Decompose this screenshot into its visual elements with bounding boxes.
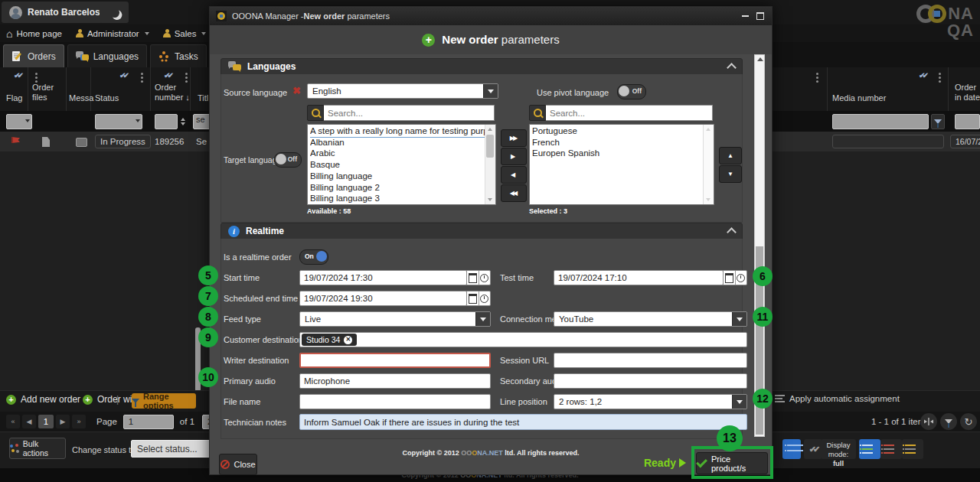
message-icon[interactable] <box>76 138 87 147</box>
bulk-actions-button[interactable]: Bulk actions <box>9 438 66 459</box>
column-menu-icon[interactable] <box>816 73 818 75</box>
column-order-in-date[interactable]: Order in date <box>955 83 980 103</box>
is-realtime-toggle[interactable]: On <box>299 249 328 265</box>
scrollbar[interactable] <box>703 125 714 204</box>
languages-section-header[interactable]: Languages <box>220 58 743 75</box>
number-spinner[interactable] <box>178 114 188 129</box>
primary-audio-input[interactable] <box>299 373 491 389</box>
calendar-button[interactable] <box>724 271 735 285</box>
realtime-section-header[interactable]: i Realtime <box>220 223 743 239</box>
column-menu-icon[interactable] <box>939 73 941 75</box>
file-name-input[interactable] <box>299 394 491 409</box>
collapse-icon[interactable] <box>727 63 737 73</box>
dropdown-button[interactable] <box>475 312 490 326</box>
column-status[interactable]: Status <box>95 93 119 103</box>
dark-mode-button[interactable] <box>100 2 129 23</box>
column-menu-icon[interactable] <box>185 73 188 75</box>
clock-button[interactable] <box>735 271 747 285</box>
column-order-number[interactable]: Order number ↓ <box>155 83 190 103</box>
column-media-number[interactable]: Media number <box>832 93 886 103</box>
filter-button[interactable] <box>931 114 945 129</box>
scheduled-end-time-input[interactable] <box>299 291 467 306</box>
apply-automatic-assignment-button[interactable]: Apply automatic assignment <box>775 394 900 403</box>
move-all-right-button[interactable]: ▶▶ <box>501 129 527 147</box>
prev-page-button[interactable]: ◀ <box>22 415 36 428</box>
move-up-button[interactable]: ▲ <box>719 147 742 164</box>
list-item[interactable]: Arabic <box>310 148 485 159</box>
order-number-filter[interactable] <box>155 114 178 129</box>
select-status-dropdown[interactable]: Select status... <box>131 440 220 458</box>
secondary-audio-input[interactable] <box>554 373 747 389</box>
session-url-input[interactable] <box>554 353 747 368</box>
list-item[interactable]: Billing language <box>310 171 485 182</box>
nav-administrator[interactable]: Administrator <box>76 29 149 38</box>
select-all-icon[interactable]: ✔✔ <box>164 71 171 80</box>
column-resize-button[interactable] <box>920 413 937 430</box>
display-mode-full-button[interactable] <box>859 439 880 459</box>
selected-languages-list[interactable]: PortugueseFrenchEuropen Spanish <box>529 124 714 205</box>
list-item[interactable]: Portuguese <box>532 125 703 137</box>
last-page-button[interactable]: » <box>72 415 86 428</box>
range-options-button[interactable]: Range options <box>132 393 196 409</box>
first-page-button[interactable]: « <box>6 415 20 428</box>
status-filter[interactable] <box>95 114 142 129</box>
collapse-icon[interactable] <box>727 227 737 237</box>
list-item[interactable]: Billing language 3 <box>310 193 485 204</box>
select-all-icon[interactable]: ✔✔ <box>919 71 926 80</box>
move-all-left-button[interactable]: ◀◀ <box>501 184 527 202</box>
list-item[interactable]: Billing language 2 <box>310 182 485 194</box>
test-time-input[interactable] <box>554 270 724 285</box>
list-item[interactable]: A step with a really long name for testi… <box>310 125 485 137</box>
dropdown-button[interactable] <box>483 84 498 98</box>
column-messages[interactable]: Messa <box>69 93 93 103</box>
dialog-title-bar[interactable]: OOONA Manager -New order parameters <box>210 7 772 25</box>
search-input[interactable] <box>324 105 495 121</box>
start-time-input[interactable] <box>299 270 467 285</box>
flag-filter[interactable] <box>6 114 32 129</box>
source-language-dropdown[interactable]: English <box>307 83 498 99</box>
customer-destination-field[interactable] <box>299 332 747 347</box>
select-all-icon[interactable]: ✔✔ <box>14 71 21 80</box>
clock-button[interactable] <box>479 271 491 285</box>
calendar-button[interactable] <box>467 291 479 305</box>
list-item[interactable]: French <box>532 137 703 148</box>
scrollbar[interactable] <box>485 125 495 204</box>
minimize-button[interactable] <box>740 11 750 21</box>
pivot-language-toggle[interactable]: Off <box>617 84 646 99</box>
move-down-button[interactable]: ▼ <box>719 165 742 183</box>
dialog-scrollbar[interactable] <box>754 54 765 437</box>
column-menu-icon[interactable] <box>35 73 38 75</box>
user-chip[interactable]: Renato Barcelos <box>2 2 108 23</box>
tab-orders[interactable]: Orders <box>3 44 64 67</box>
clear-filters-button[interactable] <box>940 413 957 430</box>
calendar-button[interactable] <box>467 271 479 285</box>
writer-destination-input[interactable] <box>299 353 491 368</box>
search-input[interactable] <box>546 105 713 121</box>
next-page-button[interactable]: ▶ <box>56 415 70 428</box>
list-item[interactable]: Europen Spanish <box>532 148 703 159</box>
column-title[interactable]: Titl <box>198 93 208 103</box>
grid-view-button[interactable] <box>782 439 801 459</box>
remove-tag-icon[interactable]: ✕ <box>344 336 352 344</box>
line-position-dropdown[interactable]: 2 rows: 1,2 <box>554 394 747 409</box>
select-all-icon[interactable]: ✔✔ <box>119 71 126 80</box>
studio-tag[interactable]: Studio 34 ✕ <box>302 334 357 346</box>
move-left-button[interactable]: ◀ <box>501 166 527 184</box>
display-mode-list-button[interactable] <box>902 439 923 459</box>
dropdown-button[interactable] <box>732 395 746 409</box>
order-date-filter[interactable] <box>955 114 980 129</box>
media-number-filter[interactable] <box>832 114 929 129</box>
move-right-button[interactable]: ▶ <box>501 148 527 165</box>
available-languages-list[interactable]: A step with a really long name for testi… <box>307 124 496 205</box>
nav-sales[interactable]: Sales <box>163 29 207 38</box>
technician-notes-input[interactable] <box>299 414 747 430</box>
feed-type-dropdown[interactable]: Live <box>299 311 491 327</box>
maximize-button[interactable] <box>755 11 766 21</box>
column-flag[interactable]: Flag <box>6 93 22 103</box>
list-item[interactable]: Basque <box>310 159 485 171</box>
close-button[interactable]: Close <box>219 454 257 475</box>
tab-languages[interactable]: Languages <box>67 44 147 67</box>
display-mode-compact-button[interactable] <box>880 439 902 459</box>
list-item[interactable]: Albanian <box>310 137 485 148</box>
dropdown-button[interactable] <box>732 312 746 326</box>
